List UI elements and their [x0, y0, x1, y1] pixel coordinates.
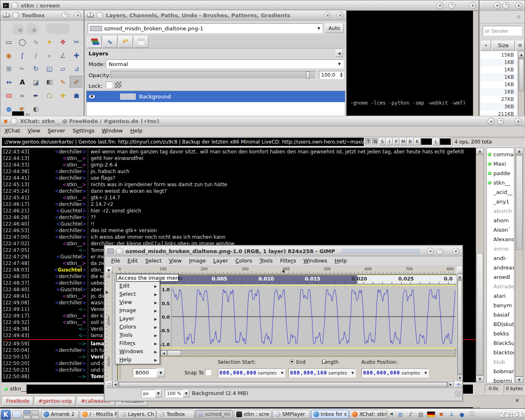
opacity-spinbox[interactable]: 100.0 ▲▼ [319, 71, 344, 79]
gimp-menu-windows[interactable]: Windows [300, 256, 331, 265]
menu-help[interactable]: Help [127, 126, 146, 135]
mode-button-T[interactable]: T [365, 138, 372, 145]
mode-dropdown[interactable]: Normal ▼ [106, 59, 344, 68]
nicklist-scrollbar[interactable] [515, 154, 523, 377]
tool-gradient[interactable] [43, 76, 56, 89]
tool-scissors[interactable]: ✂ [70, 36, 83, 48]
tool-pencil[interactable]: ✎ [56, 76, 70, 89]
mail-sort-dropdown-button[interactable]: ▾ [481, 41, 491, 50]
tool-measure[interactable]: ∠ [56, 49, 70, 62]
mail-column-picker-button[interactable]: ⊞ [516, 41, 525, 50]
tool-scale[interactable]: ◱ [43, 62, 56, 75]
gimp-menu-filters[interactable]: Filters [276, 256, 300, 265]
menu-view[interactable]: View [24, 126, 44, 135]
mail-scrollbar-up[interactable]: ▲ [518, 51, 525, 58]
tool-perspective-clone[interactable]: ☗ [70, 89, 83, 102]
toolbox-menu-button[interactable] [12, 12, 19, 19]
tool-foreground-select[interactable]: ◉ [2, 49, 16, 62]
mail-list-row[interactable]: 15KB [480, 51, 517, 59]
tool-crop[interactable]: ✁ [16, 62, 29, 75]
gimp-titlebar[interactable]: ozmod_misdn_broken_dialtone.png-1.0 (RGB… [105, 246, 462, 256]
nicklist-item[interactable]: bobman_ [487, 367, 514, 376]
nicklist-item[interactable]: aburch [487, 206, 514, 216]
taskbar-task-ozmodmi[interactable]: ozmod_mi [195, 410, 233, 419]
chat-scrollbar[interactable] [476, 154, 484, 376]
tray-klipper-icon[interactable]: ▤ [417, 410, 425, 418]
nicklist-item[interactable]: amne [487, 244, 514, 253]
tool-ink[interactable]: ✒ [29, 89, 43, 102]
canvas-hscroll-left[interactable]: ◀ [112, 381, 118, 388]
toolbox-titlebar[interactable]: Toolbox ^ x [0, 10, 84, 21]
nicklist-scrollbar-up[interactable]: ▲ [515, 148, 523, 154]
xchat-minimize-button[interactable]: v [488, 118, 495, 125]
pager-desktop-4[interactable] [32, 415, 39, 419]
terminal-maximize-button[interactable]: ^ [448, 2, 455, 9]
tray-kopete-icon[interactable]: ◍ [396, 410, 404, 418]
menu-xchat[interactable]: XChat [1, 126, 24, 135]
tool-flip[interactable]: ↔ [2, 76, 16, 89]
nicklist-item[interactable]: ahorn [487, 216, 514, 225]
mail-size-column-header[interactable]: Size [492, 41, 515, 50]
mail-list-row[interactable]: 1KB [480, 59, 517, 66]
gimp-minimize-button[interactable]: v [427, 248, 434, 255]
terminal-menu-button[interactable] [11, 2, 18, 9]
toolbox-close-button[interactable]: x [74, 12, 81, 19]
tray-info-icon[interactable]: ⓘ [468, 410, 476, 418]
lock-checkbox[interactable] [106, 82, 112, 88]
gimp-menu-layer[interactable]: Layer [210, 256, 232, 265]
nicklist-item[interactable]: Maxi [487, 159, 514, 169]
auto-button[interactable]: Auto [325, 23, 344, 33]
tray-xchat-icon[interactable]: ✖ [437, 410, 445, 418]
mode-button-B[interactable]: B [407, 138, 413, 145]
tabbar-close-icon[interactable]: ✕ [514, 397, 521, 404]
mode-entry[interactable] [421, 138, 432, 145]
mode-button-M[interactable]: M [400, 138, 406, 145]
nicklist-scrollbar-down[interactable]: ▼ [515, 377, 523, 383]
layers-shade-button[interactable]: ≡ [324, 12, 331, 19]
nicklist-item[interactable]: Astradeus [487, 282, 514, 291]
nicklist-item[interactable]: padde [487, 169, 514, 178]
gimp-close-button[interactable]: x [452, 248, 459, 255]
rate-dropdown-button[interactable]: ▼ [157, 368, 165, 377]
context-menu-item-select[interactable]: Select [115, 290, 160, 298]
nicklist-item[interactable]: atari [487, 291, 514, 301]
nicklist-item[interactable]: banym [487, 301, 514, 310]
gimp-menu-colors[interactable]: Colors [232, 256, 256, 265]
panel-collapse-button[interactable]: ◀ [336, 50, 343, 57]
context-menu-item-image[interactable]: Image [115, 306, 160, 315]
tool-dodge-burn[interactable]: ◐ [29, 103, 43, 115]
opacity-slider-handle[interactable] [306, 71, 310, 79]
nick-list[interactable]: commandMaxipaddestkn___acid___any1aburch… [486, 148, 514, 383]
tool-text[interactable]: A [16, 76, 29, 89]
chat-scrollbar-down[interactable]: ▼ [476, 376, 484, 382]
audacity-scrollbar[interactable]: ◀ [160, 350, 456, 356]
kmenu-button[interactable]: K [1, 410, 11, 420]
mail-list-row[interactable]: 1KB [480, 88, 517, 96]
image-selector-combobox[interactable]: ozmod_misdn_broken_dialtone.png-1 ▼ [88, 23, 322, 33]
tab-undo-history[interactable]: ↶ [118, 36, 133, 48]
taskbar-task-stknscre[interactable]: stkn : scre [234, 410, 272, 419]
layers-close-button[interactable]: x [337, 12, 344, 19]
context-menu-item-help[interactable]: Help [115, 356, 160, 364]
taskbar-task-xchatstkn[interactable]: XChat: stkn [349, 410, 387, 419]
taskbar-task-layersch[interactable]: Layers, Ch [118, 410, 156, 419]
gimp-menu-image[interactable]: Image [185, 256, 210, 265]
taskbar-task-smplayer[interactable]: SMPlayer [272, 410, 310, 419]
context-menu-item-edit[interactable]: Edit [115, 282, 160, 290]
tool-perspective[interactable]: ⊿ [70, 62, 83, 75]
layers-titlebar[interactable]: Layers, Channels, Paths, Undo - Brushes,… [84, 10, 346, 21]
mail-list-row[interactable]: 1KB [480, 73, 517, 81]
visibility-eye-icon[interactable] [89, 95, 95, 98]
zoom-dropdown-button[interactable]: ▼ [183, 390, 189, 397]
mode-button-I[interactable]: I [386, 138, 393, 145]
tool-zoom[interactable]: ⌕ [43, 49, 56, 62]
pager-desktop-1[interactable] [23, 410, 31, 414]
snap-to-checkbox[interactable] [205, 369, 211, 375]
tool-fuzzy-select[interactable]: ✦ [43, 36, 56, 48]
nicklist-item[interactable]: basiaf [487, 310, 514, 320]
context-menu-item-windows[interactable]: Windows [115, 347, 160, 356]
canvas-hscrollbar[interactable] [118, 381, 448, 388]
mail-minimize-button[interactable]: v [494, 2, 501, 9]
mode-button-L[interactable]: L [433, 138, 439, 145]
tool-rectangle-select[interactable]: ▭ [2, 36, 16, 48]
